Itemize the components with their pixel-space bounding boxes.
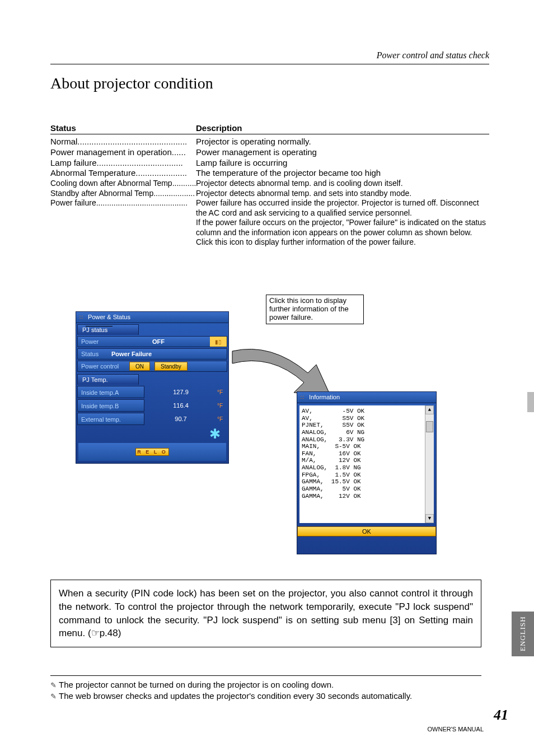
warning-icon[interactable]: ▮▯ — [210, 337, 227, 347]
status-cell: Lamp failure............................… — [50, 158, 196, 169]
info-line: ANALOG, 3.3V NG — [302, 436, 432, 444]
power-control-row: Power control ON Standby — [77, 361, 227, 372]
info-line: ANALOG, 1.8V NG — [302, 464, 432, 472]
temp-label: Inside temp.A — [77, 386, 144, 398]
status-table: Status Description Normal...............… — [50, 123, 489, 248]
scroll-down-icon[interactable]: ▼ — [425, 514, 434, 523]
info-line: ANALOG, 6V NG — [302, 429, 432, 436]
status-value: Power Failure — [107, 351, 227, 357]
temp-value: 90.7 — [144, 416, 217, 422]
on-button[interactable]: ON — [129, 362, 150, 371]
status-cell: Normal..................................… — [50, 137, 196, 147]
info-line: AV, S5V OK — [302, 415, 432, 422]
info-line: GAMMA, 15.5V OK — [302, 478, 432, 486]
scrollbar[interactable]: ▲ ▼ — [425, 405, 434, 523]
footnote-1: The projector cannot be turned on during… — [59, 680, 334, 689]
status-row: Power failure...........................… — [50, 198, 489, 248]
power-value: OFF — [107, 338, 210, 345]
temp-row: External temp.90.7°F — [77, 413, 227, 425]
status-row: Status Power Failure — [77, 348, 227, 360]
info-line: FPGA, 1.5V OK — [302, 472, 432, 479]
info-line: PJNET, S5V OK — [302, 422, 432, 429]
scroll-thumb[interactable] — [426, 421, 433, 432]
temp-label: Inside temp.B — [77, 399, 144, 412]
status-row: Cooling down after Abnormal Temp........… — [50, 179, 489, 189]
language-tab: ENGLISH — [512, 612, 534, 656]
status-row: Power management in operation......Power… — [50, 147, 489, 158]
status-cell: Cooling down after Abnormal Temp........… — [50, 179, 196, 189]
power-status-panel: ∷ Power & Status PJ status Power OFF ▮▯ … — [76, 311, 229, 464]
col-header-status: Status — [50, 123, 196, 133]
desc-cell: The temperature of the projector became … — [196, 168, 489, 179]
status-cell: Standby after Abnormal Temp.............… — [50, 189, 196, 199]
desc-cell: Lamp failure is occurring — [196, 158, 489, 169]
power-label: Power — [78, 338, 107, 345]
info-line: M/A, 12V OK — [302, 457, 432, 464]
scroll-up-icon[interactable]: ▲ — [425, 405, 434, 414]
standby-button[interactable]: Standby — [154, 362, 188, 371]
owner-manual-label: OWNER'S MANUAL — [428, 726, 484, 732]
info-panel-title: ∷ Information — [297, 392, 436, 403]
info-line: MAIN, S-5V OK — [302, 443, 432, 450]
callout-box: Click this icon to display further infor… — [266, 295, 364, 324]
status-row: Abnormal Temperature....................… — [50, 168, 489, 179]
col-header-desc: Description — [196, 123, 489, 133]
status-row: Normal..................................… — [50, 137, 489, 147]
desc-cell: Projector detects abnormal temp. and is … — [196, 179, 489, 189]
status-label: Status — [78, 351, 107, 357]
info-body: AV, -5V OKAV, S5V OKPJNET, S5V OKANALOG,… — [299, 405, 434, 523]
security-note: When a security (PIN code lock) has been… — [50, 580, 481, 647]
info-line: GAMMA, 12V OK — [302, 493, 432, 500]
temp-unit: °F — [217, 416, 227, 422]
temp-value: 127.9 — [144, 389, 217, 395]
desc-cell: Power failure has occurred inside the pr… — [196, 198, 489, 248]
status-row: Standby after Abnormal Temp.............… — [50, 189, 489, 199]
pencil-icon: ✎ — [50, 681, 57, 689]
info-line: AV, -5V OK — [302, 408, 432, 415]
ok-button[interactable]: OK — [297, 526, 436, 536]
info-line: GAMMA, 5V OK — [302, 486, 432, 493]
temp-row: Inside temp.B116.4°F — [77, 399, 227, 412]
pencil-icon: ✎ — [50, 692, 57, 701]
desc-cell: Power management is operating — [196, 147, 489, 158]
reload-button[interactable]: R E L O — [135, 448, 168, 456]
status-row: Lamp failure............................… — [50, 158, 489, 169]
temp-unit: °F — [217, 389, 227, 395]
info-line: FAN, 16V OK — [302, 450, 432, 458]
temp-row: Inside temp.A127.9°F — [77, 386, 227, 398]
section-title: About projector condition — [50, 74, 489, 92]
footnotes: ✎The projector cannot be turned on durin… — [50, 675, 481, 702]
desc-cell: Projector is operating normally. — [196, 137, 489, 147]
status-cell: Abnormal Temperature....................… — [50, 168, 196, 179]
tab-pj-temp[interactable]: PJ Temp. — [77, 374, 139, 385]
status-cell: Power failure...........................… — [50, 198, 196, 248]
bottom-bar: R E L O — [78, 443, 226, 461]
power-row: Power OFF ▮▯ — [77, 336, 227, 347]
settings-gear-icon[interactable]: ✱ — [207, 427, 223, 443]
temp-label: External temp. — [77, 413, 144, 425]
power-control-label: Power control — [78, 363, 127, 370]
information-panel: ∷ Information AV, -5V OKAV, S5V OKPJNET,… — [297, 391, 437, 554]
footnote-2: The web browser checks and updates the p… — [59, 691, 412, 701]
temp-value: 116.4 — [144, 402, 217, 409]
side-marker — [527, 392, 534, 412]
desc-cell: Projector detects abnormal temp. and set… — [196, 189, 489, 199]
status-cell: Power management in operation...... — [50, 147, 196, 158]
panel-title: ∷ Power & Status — [76, 312, 228, 323]
page-header: Power control and status check — [50, 50, 489, 64]
temp-unit: °F — [217, 403, 227, 409]
page-number: 41 — [494, 707, 508, 724]
ui-preview: Click this icon to display further infor… — [76, 311, 467, 569]
